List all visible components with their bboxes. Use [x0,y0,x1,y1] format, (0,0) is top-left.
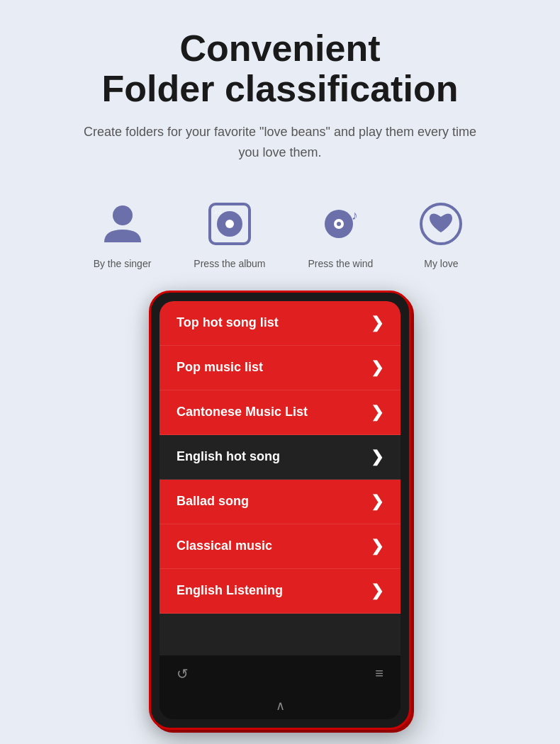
phone-bottom-nav: ↺ ≡ [159,655,401,692]
phone-mockup: Top hot song list ❯ Pop music list ❯ Can… [149,291,411,730]
music-menu-list: Top hot song list ❯ Pop music list ❯ Can… [159,301,401,614]
menu-item-label: Classical music [177,539,272,553]
svg-point-7 [337,222,341,226]
svg-text:♪: ♪ [352,208,358,222]
love-icon [415,198,466,249]
menu-item-english-hot[interactable]: English hot song ❯ [159,435,401,480]
menu-item-label: Cantonese Music List [177,405,308,419]
phone-home-bar: ∧ [159,692,401,719]
icon-item-love[interactable]: My love [415,198,466,269]
phone-screen-area: Top hot song list ❯ Pop music list ❯ Can… [159,301,401,719]
chevron-icon: ❯ [371,359,383,377]
singer-label: By the singer [94,258,152,269]
chevron-icon: ❯ [371,314,383,332]
chevron-icon: ❯ [371,448,383,466]
icon-item-singer[interactable]: By the singer [94,198,152,269]
svg-point-3 [225,220,234,228]
page-title: Convenient Folder classification [43,28,517,109]
menu-item-top-hot[interactable]: Top hot song list ❯ [159,301,401,346]
menu-item-label: Top hot song list [177,315,279,330]
chevron-icon: ❯ [371,492,383,511]
chevron-icon: ❯ [371,403,383,422]
header-section: Convenient Folder classification Create … [0,0,560,177]
menu-item-english-listening[interactable]: English Listening ❯ [159,569,401,614]
chevron-icon: ❯ [371,582,383,600]
menu-item-label: English hot song [177,449,280,464]
menu-item-label: Ballad song [177,494,249,509]
menu-icon[interactable]: ≡ [375,665,383,682]
menu-item-cantonese[interactable]: Cantonese Music List ❯ [159,390,401,435]
menu-item-ballad[interactable]: Ballad song ❯ [159,480,401,524]
wind-label: Press the wind [308,258,374,269]
icon-item-album[interactable]: ♪♫ Press the album [194,198,265,269]
svg-point-0 [113,205,133,225]
icon-item-wind[interactable]: ♪ Press the wind [308,198,374,269]
album-label: Press the album [194,258,265,269]
menu-item-classical[interactable]: Classical music ❯ [159,524,401,569]
menu-item-label: English Listening [177,583,283,598]
album-icon: ♪♫ [204,198,255,249]
page-subtitle: Create folders for your favorite "love b… [74,122,486,163]
wind-icon: ♪ [315,198,366,249]
chevron-icon: ❯ [371,537,383,556]
menu-item-label: Pop music list [177,360,263,375]
phone-screen: Top hot song list ❯ Pop music list ❯ Can… [159,301,401,655]
home-chevron-icon[interactable]: ∧ [276,698,285,714]
singer-icon [97,198,148,249]
back-icon[interactable]: ↺ [177,665,189,682]
menu-item-pop[interactable]: Pop music list ❯ [159,346,401,390]
love-label: My love [424,258,458,269]
category-icons-row: By the singer ♪♫ Press the album ♪ Press… [94,198,467,269]
phone-device: Top hot song list ❯ Pop music list ❯ Can… [149,291,411,730]
svg-text:♪♫: ♪♫ [214,208,222,215]
